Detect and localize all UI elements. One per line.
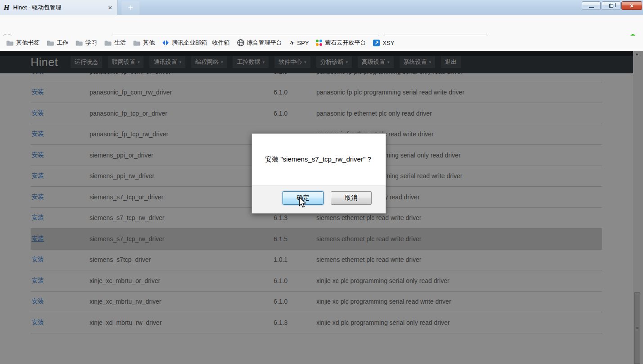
- window-restore-button[interactable]: [602, 1, 621, 10]
- bookmark-tencent-exmail[interactable]: 腾讯企业邮箱 - 收件箱: [158, 39, 234, 47]
- globe-icon: [237, 39, 244, 46]
- minimize-icon: [589, 7, 594, 8]
- window-titlebar: H Hinet - 驱动包管理 × + ×: [0, 0, 643, 15]
- browser-toolbar: 192.168.9.99/cgi-bin/luci/;stok=489fe39e…: [0, 15, 643, 36]
- tab-close-icon[interactable]: ×: [106, 4, 114, 11]
- mouse-cursor: [298, 197, 307, 208]
- new-tab-button[interactable]: +: [121, 1, 139, 15]
- site-favicon: H: [4, 4, 9, 11]
- folder-icon: [47, 40, 54, 46]
- bookmark-spy[interactable]: ✈ SPY: [286, 39, 313, 46]
- bookmark-folder-misc[interactable]: 其他: [130, 39, 158, 47]
- bookmark-folder-work[interactable]: 工作: [43, 39, 72, 47]
- tencent-exmail-icon: [162, 40, 169, 46]
- folder-icon: [104, 40, 112, 46]
- folder-icon: [133, 40, 140, 46]
- window-minimize-button[interactable]: [582, 1, 601, 10]
- ezviz-icon: [316, 40, 322, 46]
- dialog-message: 安装 "siemens_s7_tcp_rw_driver" ?: [265, 155, 371, 164]
- bookmark-folder-other[interactable]: 其他书签: [3, 39, 43, 47]
- bookmarks-bar: 其他书签 工作 学习 生活 其他 腾讯企业邮箱 - 收件箱 综合管理平台 ✈ S…: [0, 36, 643, 50]
- bookmark-xsy[interactable]: ↗ XSY: [369, 40, 398, 46]
- bookmark-folder-life[interactable]: 生活: [101, 39, 130, 47]
- xsy-icon: ↗: [373, 40, 380, 46]
- confirm-dialog: 安装 "siemens_s7_tcp_rw_driver" ? 确定 取消: [252, 133, 386, 214]
- folder-icon: [6, 40, 13, 46]
- window-close-button[interactable]: ×: [621, 1, 642, 10]
- cancel-button[interactable]: 取消: [331, 191, 372, 205]
- folder-icon: [76, 40, 83, 46]
- browser-tab-active[interactable]: H Hinet - 驱动包管理 ×: [0, 0, 118, 15]
- close-icon: ×: [630, 3, 634, 9]
- bookmark-mgmt-platform[interactable]: 综合管理平台: [234, 39, 286, 47]
- browser-window: H Hinet - 驱动包管理 × + ×: [0, 0, 643, 364]
- bookmark-folder-study[interactable]: 学习: [72, 39, 101, 47]
- pen-icon: ✈: [288, 38, 295, 47]
- bookmark-ezviz[interactable]: 萤石云开放平台: [312, 39, 369, 47]
- restore-icon: [609, 4, 613, 8]
- tab-title: Hinet - 驱动包管理: [13, 4, 106, 12]
